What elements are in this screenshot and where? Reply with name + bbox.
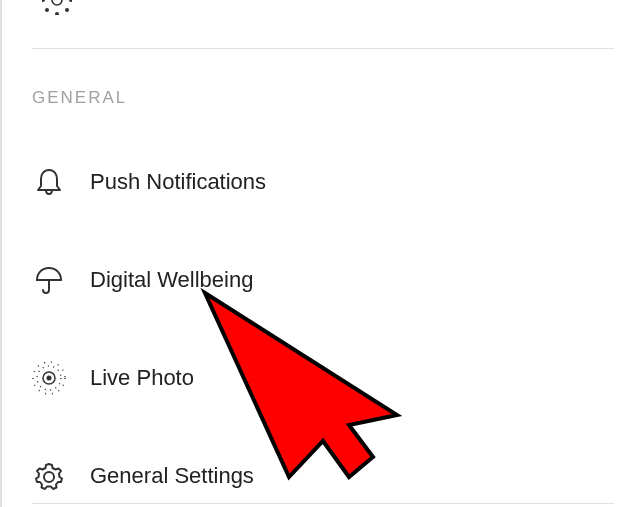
bell-icon bbox=[32, 165, 66, 199]
live-photo-icon bbox=[32, 361, 66, 395]
svg-point-7 bbox=[45, 8, 49, 12]
menu-item-general-settings[interactable]: General Settings bbox=[2, 452, 644, 500]
svg-point-0 bbox=[52, 0, 62, 5]
menu-label: Push Notifications bbox=[90, 169, 266, 195]
svg-point-6 bbox=[65, 8, 69, 12]
svg-point-10 bbox=[47, 376, 52, 381]
menu-item-push-notifications[interactable]: Push Notifications bbox=[2, 158, 644, 206]
svg-point-3 bbox=[42, 0, 45, 2]
menu-item-digital-wellbeing[interactable]: Digital Wellbeing bbox=[2, 256, 644, 304]
menu-label: Digital Wellbeing bbox=[90, 267, 253, 293]
svg-point-2 bbox=[55, 12, 59, 15]
gear-icon bbox=[32, 459, 66, 493]
section-header-general: GENERAL bbox=[2, 88, 157, 108]
menu-item-live-photo[interactable]: Live Photo bbox=[2, 354, 644, 402]
general-menu-list: Push Notifications Digital Wellbeing Liv… bbox=[2, 158, 644, 507]
svg-point-13 bbox=[44, 472, 54, 482]
menu-label: Live Photo bbox=[90, 365, 194, 391]
menu-label: General Settings bbox=[90, 463, 254, 489]
svg-point-4 bbox=[69, 0, 72, 2]
section-divider-bottom bbox=[32, 503, 614, 504]
umbrella-icon bbox=[32, 263, 66, 297]
partial-row-icon bbox=[42, 0, 72, 15]
section-divider bbox=[32, 48, 614, 49]
